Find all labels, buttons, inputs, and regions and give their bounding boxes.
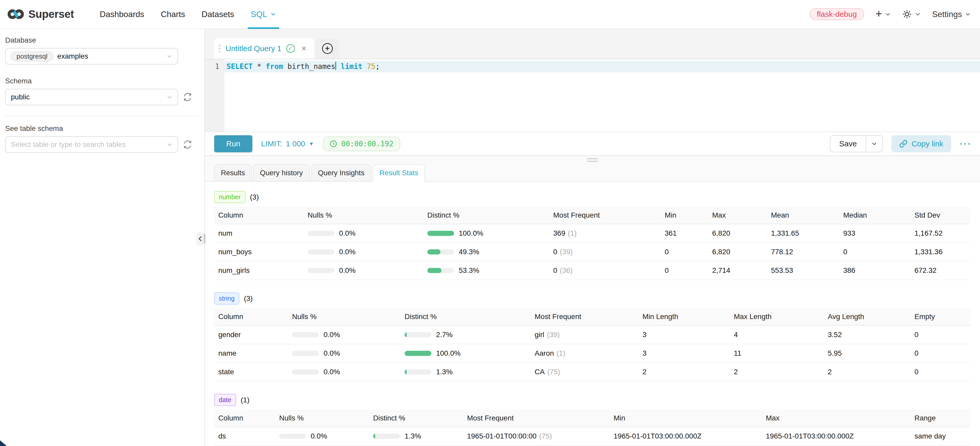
more-actions-button[interactable]: ···	[960, 139, 972, 149]
type-tag-number: number	[214, 191, 245, 203]
query-success-icon: ✓	[286, 44, 295, 53]
brand-name: Superset	[29, 8, 74, 21]
stat-value-cell: 361	[660, 229, 708, 237]
environment-badge: flask-debug	[810, 8, 864, 20]
stats-row-num-boys: num_boys0.0%49.3%0(39)06,820778.1201,331…	[214, 243, 970, 261]
nav-item-dashboards[interactable]: Dashboards	[92, 0, 153, 29]
database-select[interactable]: postgresql examples	[5, 48, 178, 65]
most-frequent-cell: 0(39)	[549, 248, 660, 256]
column-header-max: Max	[762, 414, 910, 422]
results-tab-bar: ResultsQuery historyQuery InsightsResult…	[205, 164, 980, 182]
schema-label: Schema	[5, 77, 199, 85]
save-button[interactable]: Save	[830, 136, 865, 152]
column-name-cell: state	[214, 368, 288, 376]
refresh-schemas-button[interactable]	[183, 92, 192, 102]
stats-section-string: string(3)ColumnNulls %Distinct %Most Fre…	[214, 292, 970, 381]
progress-track	[292, 332, 319, 337]
stat-value-cell: 5.95	[824, 349, 910, 357]
nulls-pct-cell: 0.0%	[304, 229, 423, 237]
resize-handle[interactable]	[205, 156, 980, 164]
stats-section-number: number(3)ColumnNulls %Distinct %Most Fre…	[214, 191, 970, 280]
section-header: string(3)	[214, 292, 970, 304]
column-header-most-frequent: Most Frequent	[549, 211, 660, 220]
column-name-cell: name	[214, 349, 288, 357]
column-count: (1)	[241, 396, 250, 404]
nulls-pct-cell: 0.0%	[304, 248, 423, 256]
stats-row-num: num0.0%100.0%369(1)3616,8201,331.659331,…	[214, 224, 970, 243]
stat-value-cell: 2,714	[708, 266, 767, 275]
nav-item-datasets[interactable]: Datasets	[193, 0, 242, 29]
main-nav: DashboardsChartsDatasetsSQL	[92, 0, 284, 29]
run-button[interactable]: Run	[214, 135, 252, 152]
stat-value-cell: 4	[730, 331, 824, 339]
query-tab-title: Untitled Query 1	[226, 44, 282, 53]
stat-value-cell: 2	[638, 368, 730, 376]
column-header-most-frequent: Most Frequent	[463, 414, 609, 422]
column-header-nulls-: Nulls %	[304, 211, 423, 220]
column-header-column: Column	[214, 211, 304, 220]
column-header-range: Range	[910, 414, 970, 422]
close-tab-icon[interactable]: ✕	[301, 45, 307, 53]
progress-track	[373, 433, 400, 439]
result-tab-query-history[interactable]: Query history	[253, 164, 310, 182]
drag-handle-icon[interactable]	[219, 45, 220, 53]
progress-track	[307, 268, 334, 273]
chevron-down-icon	[167, 53, 172, 59]
new-item-button[interactable]: +	[875, 9, 891, 19]
collapse-sidebar-button[interactable]	[197, 232, 204, 245]
stats-row-state: state0.0%1.3%CA(75)2220	[214, 363, 970, 381]
column-count: (3)	[244, 295, 253, 303]
stat-value-cell: 6,820	[708, 229, 767, 237]
stat-value-cell: 672.32	[910, 266, 970, 275]
column-header-distinct-: Distinct %	[369, 414, 463, 422]
editor-code-area[interactable]: SELECT * from birth_names limit 75;	[224, 59, 980, 132]
column-header-mean: Mean	[767, 211, 839, 220]
most-frequent-cell: Aaron(1)	[530, 349, 638, 357]
chevron-down-icon	[885, 11, 891, 17]
progress-track	[427, 268, 454, 273]
sqllab-left-panel: Database postgresql examples Schema publ…	[0, 29, 205, 446]
save-options-button[interactable]	[866, 136, 882, 152]
column-header-nulls-: Nulls %	[288, 312, 401, 321]
schema-select[interactable]: public	[5, 89, 178, 105]
result-tab-result-stats[interactable]: Result Stats	[372, 164, 425, 182]
column-header-median: Median	[839, 211, 910, 220]
progress-track	[292, 370, 319, 374]
nav-item-sql[interactable]: SQL	[243, 0, 284, 29]
new-query-tab-button[interactable]: +	[316, 38, 339, 59]
sql-code-line[interactable]: SELECT * from birth_names limit 75;	[224, 61, 980, 72]
superset-infinity-icon	[7, 9, 24, 20]
stat-value-cell: 778.12	[767, 248, 839, 256]
stats-row-num-girls: num_girls0.0%53.3%0(36)02,714553.5338667…	[214, 261, 970, 280]
theme-toggle[interactable]	[902, 9, 921, 19]
table-select[interactable]: Select table or type to search tables	[5, 136, 178, 153]
section-header: date(1)	[214, 394, 970, 406]
chevron-left-icon	[198, 236, 202, 242]
settings-menu[interactable]: Settings	[932, 10, 971, 19]
result-tab-results[interactable]: Results	[214, 164, 251, 182]
superset-logo[interactable]: Superset	[7, 0, 74, 29]
nulls-pct-cell: 0.0%	[288, 349, 401, 357]
limit-dropdown[interactable]: LIMIT: 1 000 ▼	[261, 139, 314, 148]
query-tab[interactable]: Untitled Query 1 ✓ ✕	[214, 38, 314, 59]
stat-value-cell: 0	[839, 248, 910, 256]
refresh-tables-button[interactable]	[183, 140, 192, 149]
nav-item-charts[interactable]: Charts	[153, 0, 193, 29]
column-header-nulls-: Nulls %	[275, 414, 369, 422]
sql-editor[interactable]: 1 SELECT * from birth_names limit 75;	[205, 59, 980, 132]
table-header-row: ColumnNulls %Distinct %Most FrequentMinM…	[214, 409, 970, 427]
type-tag-date: date	[214, 394, 236, 406]
divider	[5, 116, 199, 116]
column-header-min-length: Min Length	[638, 312, 730, 321]
result-tab-query-insights[interactable]: Query Insights	[311, 164, 371, 182]
chevron-down-icon	[270, 11, 276, 17]
stat-value-cell: 3.52	[824, 331, 910, 339]
column-header-std-dev: Std Dev	[910, 211, 970, 220]
column-name-cell: num_boys	[214, 248, 304, 256]
copy-link-button[interactable]: Copy link	[891, 135, 951, 152]
stat-value-cell: 933	[839, 229, 910, 237]
panel-resizer[interactable]	[204, 233, 205, 244]
distinct-pct-cell: 100.0%	[423, 229, 549, 237]
stat-value-cell: 3	[638, 331, 730, 339]
stats-row-ds: ds0.0%1.3%1965-01-01T00:00:00(75)1965-01…	[214, 427, 970, 446]
